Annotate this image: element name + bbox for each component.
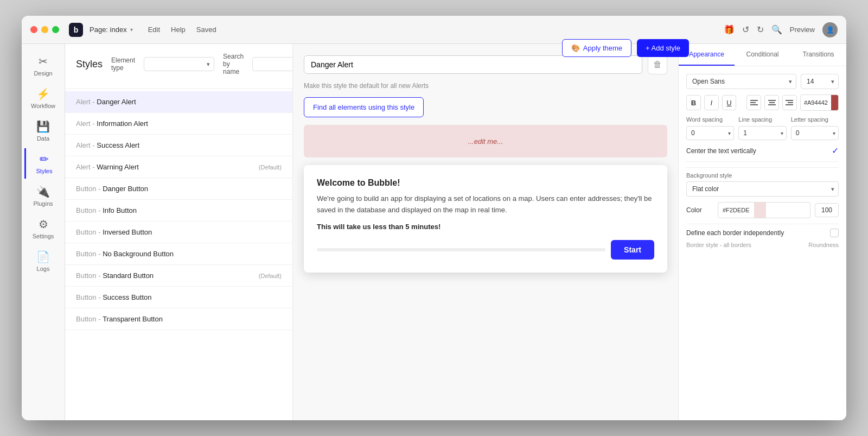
app-logo: b xyxy=(69,23,83,37)
sidebar-item-data[interactable]: 💾 Data xyxy=(24,116,62,146)
style-item-standard-button[interactable]: Button - Standard Button (Default) xyxy=(65,265,292,287)
page-indicator[interactable]: Page: index ▾ xyxy=(90,26,133,34)
style-item-danger-button[interactable]: Button - Danger Button xyxy=(65,178,292,200)
bg-style-select-wrapper[interactable]: Flat color xyxy=(686,181,839,197)
redo-icon[interactable]: ↻ xyxy=(757,24,764,35)
sidebar-item-logs[interactable]: 📄 Logs xyxy=(24,246,62,276)
style-item-transparent-button[interactable]: Button - Transparent Button xyxy=(65,308,292,330)
element-type-select-wrapper[interactable] xyxy=(144,57,214,71)
sidebar-item-design[interactable]: ✂ Design xyxy=(24,50,62,81)
tab-transitions[interactable]: Transitions xyxy=(790,44,846,66)
bg-style-select[interactable]: Flat color xyxy=(686,181,839,197)
saved-badge: Saved xyxy=(196,26,216,34)
style-item-info-alert[interactable]: Alert - Information Alert xyxy=(65,113,292,135)
style-name: Danger Button xyxy=(103,185,148,193)
bold-button[interactable]: B xyxy=(686,95,701,110)
maximize-button[interactable] xyxy=(52,26,59,33)
element-type-label: Element type xyxy=(111,56,135,72)
underline-button[interactable]: U xyxy=(722,95,737,110)
delete-style-button[interactable]: 🗑 xyxy=(648,55,667,74)
preview-edit-placeholder: ...edit me... xyxy=(468,137,503,146)
titlebar-right: 🎁 ↺ ↻ 🔍 Preview 👤 xyxy=(724,22,838,37)
style-item-info-button[interactable]: Button - Info Button xyxy=(65,200,292,222)
welcome-title: Welcome to Bubble! xyxy=(317,178,654,188)
style-preview-pink[interactable]: ...edit me... xyxy=(304,125,667,157)
page-dropdown-arrow: ▾ xyxy=(130,27,133,33)
italic-button[interactable]: I xyxy=(704,95,719,110)
style-name: Inversed Button xyxy=(103,228,152,236)
style-name: Standard Button xyxy=(103,271,154,280)
welcome-bold-text: This will take us less than 5 minutes! xyxy=(317,222,654,233)
line-spacing-select[interactable]: 1 xyxy=(738,126,786,140)
color-value-display[interactable]: #F2DEDE xyxy=(718,202,810,218)
style-name: Transparent Button xyxy=(103,315,163,323)
line-spacing-group: Line spacing 1 xyxy=(738,116,786,140)
align-right-button[interactable] xyxy=(782,95,797,110)
align-center-button[interactable] xyxy=(764,95,779,110)
help-menu[interactable]: Help xyxy=(171,26,186,34)
style-name-input[interactable]: Danger Alert xyxy=(304,55,642,74)
line-spacing-label: Line spacing xyxy=(738,116,786,123)
bg-style-label: Background style xyxy=(686,172,839,179)
tab-conditional[interactable]: Conditional xyxy=(735,44,790,66)
style-item-success-alert[interactable]: Alert - Success Alert xyxy=(65,135,292,156)
color-label: Color xyxy=(686,206,713,214)
trash-icon: 🗑 xyxy=(653,60,662,69)
content-area: Styles Element type Search by name xyxy=(65,44,846,420)
center-text-check: ✓ xyxy=(832,146,839,156)
word-spacing-select[interactable]: 0 xyxy=(686,126,734,140)
preview-button[interactable]: Preview xyxy=(790,26,815,34)
font-family-select-wrapper[interactable]: Open Sans xyxy=(686,74,796,89)
property-tabs: Appearance Conditional Transitions xyxy=(679,44,846,66)
search-name-input[interactable] xyxy=(252,57,293,71)
border-independent-label: Define each border independently xyxy=(686,229,784,237)
search-icon[interactable]: 🔍 xyxy=(771,24,782,35)
style-name: No Background Button xyxy=(103,250,174,258)
sidebar-item-settings[interactable]: ⚙ Settings xyxy=(24,213,62,244)
user-avatar[interactable]: 👤 xyxy=(822,22,838,37)
style-item-danger-alert[interactable]: Alert - Danger Alert xyxy=(65,91,292,113)
welcome-body: We're going to build an app for displayi… xyxy=(317,193,654,232)
word-spacing-group: Word spacing 0 xyxy=(686,116,734,140)
element-type-select[interactable] xyxy=(144,57,214,71)
property-body: Open Sans 14 B xyxy=(679,66,846,420)
undo-icon[interactable]: ↺ xyxy=(742,24,749,35)
align-left-button[interactable] xyxy=(746,95,761,110)
font-family-select[interactable]: Open Sans xyxy=(686,74,796,89)
style-editor-header: Danger Alert 🗑 xyxy=(304,55,667,74)
style-prefix: Button - xyxy=(76,315,103,323)
find-elements-button[interactable]: Find all elements using this style xyxy=(304,97,424,117)
border-style-row: Border style - all borders Roundness xyxy=(686,242,839,248)
style-editor-subtitle: Make this style the default for all new … xyxy=(304,82,667,90)
opacity-input[interactable]: 100 xyxy=(815,203,839,217)
close-button[interactable] xyxy=(30,26,37,33)
letter-spacing-select[interactable]: 0 xyxy=(791,126,839,140)
text-color-swatch[interactable]: #A94442 xyxy=(800,94,839,111)
color-hex-text: #F2DEDE xyxy=(718,204,754,216)
design-icon: ✂ xyxy=(39,55,48,68)
search-name-label: Search by name xyxy=(223,53,244,75)
edit-menu[interactable]: Edit xyxy=(148,26,160,34)
sidebar-item-workflow[interactable]: ⚡ Workflow xyxy=(24,83,62,113)
font-size-select[interactable]: 14 xyxy=(801,74,839,89)
style-item-success-button[interactable]: Button - Success Button xyxy=(65,287,292,308)
color-swatch-small xyxy=(754,203,766,218)
style-prefix: Alert - xyxy=(76,163,97,171)
minimize-button[interactable] xyxy=(41,26,48,33)
border-independent-checkbox[interactable] xyxy=(830,229,839,237)
sidebar-item-styles[interactable]: ✏ Styles xyxy=(24,148,62,179)
border-independent-row: Define each border independently xyxy=(686,229,839,237)
page-label: Page: index xyxy=(90,26,127,34)
main-layout: ✂ Design ⚡ Workflow 💾 Data ✏ Styles 🔌 Pl… xyxy=(22,44,846,420)
sidebar-item-plugins[interactable]: 🔌 Plugins xyxy=(24,181,62,211)
color-row: Color #F2DEDE 100 xyxy=(686,202,839,218)
styles-icon: ✏ xyxy=(40,153,49,166)
style-item-warning-alert[interactable]: Alert - Warning Alert (Default) xyxy=(65,156,292,178)
font-size-select-wrapper[interactable]: 14 xyxy=(801,74,839,89)
style-item-no-bg-button[interactable]: Button - No Background Button xyxy=(65,243,292,265)
style-item-inversed-button[interactable]: Button - Inversed Button xyxy=(65,222,292,243)
gift-icon[interactable]: 🎁 xyxy=(724,24,735,35)
start-button[interactable]: Start xyxy=(611,240,654,260)
data-icon: 💾 xyxy=(36,120,50,133)
style-name: Danger Alert xyxy=(97,98,136,106)
